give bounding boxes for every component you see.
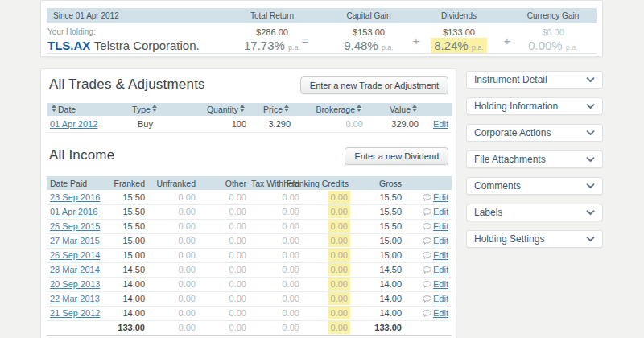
panel-file-attachments[interactable]: File Attachments — [466, 150, 603, 168]
income-franking-credits: 0.00 — [301, 291, 350, 306]
income-other: 0.00 — [197, 204, 248, 219]
income-col-franking-credits: Franking Credits — [301, 176, 350, 190]
income-date-link[interactable]: 23 Sep 2016 — [50, 192, 100, 202]
chevron-down-icon — [586, 210, 595, 216]
income-franking-credits: 0.00 — [301, 204, 350, 219]
comment-icon[interactable] — [423, 194, 431, 201]
trades-col-value[interactable]: Value — [365, 103, 420, 116]
capital-gain-header: Capital Gain — [324, 8, 413, 23]
income-edit-link[interactable]: Edit — [433, 265, 448, 274]
income-date-link[interactable]: 01 Apr 2016 — [50, 207, 97, 216]
panel-comments[interactable]: Comments — [466, 177, 603, 195]
income-header-row: Date Paid Franked Unfranked Other Tax Wi… — [47, 176, 452, 190]
income-edit-link[interactable]: Edit — [433, 279, 448, 289]
capital-gain-amount: $153.00 — [324, 27, 413, 37]
panel-holding-information[interactable]: Holding Information — [466, 97, 603, 115]
pa-label: p.a. — [566, 43, 578, 52]
totals-unfranked: 0.00 — [147, 320, 197, 335]
comment-icon[interactable] — [423, 310, 431, 317]
income-date-link[interactable]: 21 Sep 2012 — [50, 308, 100, 318]
income-edit-link[interactable]: Edit — [433, 250, 448, 260]
income-franked: 15.50 — [115, 204, 147, 219]
trades-section-header: All Trades & Adjustments Enter a new Tra… — [49, 76, 448, 94]
totals-actions-spacer — [403, 320, 452, 335]
company-name: Telstra Corporation. — [94, 39, 200, 52]
income-franked: 15.50 — [115, 219, 147, 233]
income-date-link[interactable]: 27 Mar 2015 — [50, 236, 100, 245]
income-date-link[interactable]: 20 Sep 2013 — [50, 279, 100, 289]
income-gross: 14.00 — [350, 277, 403, 291]
income-edit-link[interactable]: Edit — [433, 294, 448, 303]
income-date-link[interactable]: 26 Sep 2014 — [50, 250, 100, 260]
income-tax-withheld: 0.00 — [248, 248, 301, 262]
comment-icon[interactable] — [423, 223, 431, 230]
income-franked: 15.00 — [115, 248, 147, 262]
panel-labels[interactable]: Labels — [466, 204, 603, 221]
income-col-unfranked: Unfranked — [147, 176, 197, 190]
holding-sidebar: Instrument Detail Holding Information Co… — [466, 71, 603, 248]
totals-other: 0.00 — [197, 320, 248, 335]
trades-col-date[interactable]: Date — [47, 103, 115, 116]
new-dividend-button[interactable]: Enter a new Dividend — [345, 147, 448, 165]
trade-row: 01 Apr 2012 Buy 100 3.290 0.00 329.00 Ed… — [47, 116, 452, 132]
trades-col-quantity[interactable]: Quantity — [175, 103, 248, 116]
income-col-date-paid: Date Paid — [47, 176, 115, 190]
chevron-down-icon — [586, 183, 595, 189]
panel-holding-settings[interactable]: Holding Settings — [466, 230, 603, 248]
currency-gain-amount: $0.00 — [509, 27, 597, 37]
income-franking-credits: 0.00 — [301, 248, 350, 262]
income-edit-link[interactable]: Edit — [433, 308, 448, 318]
ticker-code: TLS.AX — [47, 39, 90, 52]
dividends-pct-highlighted: 8.24% p.a. — [431, 38, 487, 54]
trades-table: Date Type Quantity Price Brokerage Value… — [47, 103, 452, 133]
income-unfranked: 0.00 — [147, 277, 197, 291]
trades-col-price[interactable]: Price — [248, 103, 292, 116]
trades-col-brokerage[interactable]: Brokerage — [292, 103, 365, 116]
trade-date-link[interactable]: 01 Apr 2012 — [50, 119, 97, 129]
income-tax-withheld: 0.00 — [248, 277, 301, 291]
comment-icon[interactable] — [423, 252, 431, 259]
income-unfranked: 0.00 — [147, 219, 197, 233]
income-franking-credits: 0.00 — [301, 277, 350, 291]
panel-label: File Attachments — [474, 154, 546, 165]
income-date-link[interactable]: 22 Mar 2013 — [50, 294, 100, 303]
totals-spacer — [47, 320, 115, 335]
income-other: 0.00 — [197, 219, 248, 233]
chevron-down-icon — [586, 130, 595, 136]
trade-type: Buy — [115, 116, 175, 132]
trades-col-type[interactable]: Type — [115, 103, 175, 116]
income-unfranked: 0.00 — [147, 306, 197, 320]
income-actions: Edit — [403, 219, 452, 233]
income-gross: 14.50 — [350, 262, 403, 277]
comment-icon[interactable] — [423, 237, 431, 245]
holding-summary-card: Since 01 Apr 2012 Total Return Capital G… — [40, 0, 603, 57]
income-franked: 14.00 — [115, 277, 147, 291]
trade-quantity: 100 — [175, 116, 248, 132]
income-date-link[interactable]: 28 Mar 2014 — [50, 265, 100, 274]
new-trade-button[interactable]: Enter a new Trade or Adjustment — [300, 76, 448, 94]
trade-edit-link[interactable]: Edit — [433, 119, 448, 129]
income-date-link[interactable]: 25 Sep 2015 — [50, 221, 100, 231]
panel-instrument-detail[interactable]: Instrument Detail — [466, 71, 603, 89]
chevron-down-icon — [586, 237, 595, 242]
income-other: 0.00 — [197, 277, 248, 291]
income-actions: Edit — [403, 306, 452, 320]
income-franked: 15.50 — [115, 190, 147, 204]
income-edit-link[interactable]: Edit — [433, 192, 448, 202]
income-edit-link[interactable]: Edit — [433, 236, 448, 245]
income-franked: 15.00 — [115, 233, 147, 248]
sort-icon — [412, 105, 417, 112]
comment-icon[interactable] — [423, 295, 431, 303]
panel-corporate-actions[interactable]: Corporate Actions — [466, 124, 603, 142]
totals-franking-credits: 0.00 — [301, 320, 350, 335]
currency-gain-header: Currency Gain — [509, 8, 597, 23]
income-gross: 15.50 — [350, 204, 403, 219]
income-actions: Edit — [403, 262, 452, 277]
income-franking-credits: 0.00 — [301, 262, 350, 277]
comment-icon[interactable] — [423, 281, 431, 288]
totals-gross: 133.00 — [350, 320, 403, 335]
income-edit-link[interactable]: Edit — [433, 207, 448, 216]
comment-icon[interactable] — [423, 208, 431, 216]
income-edit-link[interactable]: Edit — [433, 221, 448, 231]
comment-icon[interactable] — [423, 266, 431, 274]
